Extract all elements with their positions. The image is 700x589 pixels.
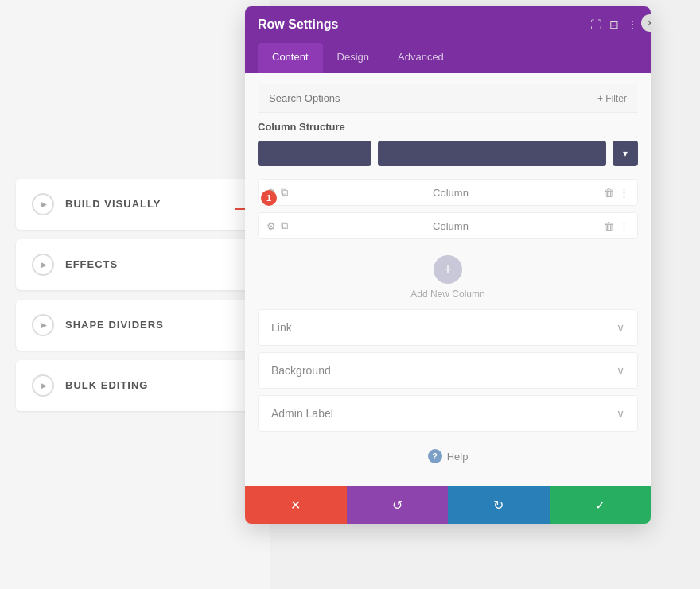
column-structure-title: Column Structure [258, 121, 638, 133]
play-icon-shape [32, 314, 54, 336]
chevron-link-icon: ∨ [616, 321, 624, 334]
accordion-background-label: Background [271, 364, 331, 377]
sidebar-label-shape: SHAPE DIVIDERS [65, 319, 164, 331]
sidebar-item-bulk-editing[interactable]: BULK EDITING [16, 360, 255, 411]
tab-design[interactable]: Design [323, 43, 383, 73]
search-input[interactable] [269, 92, 597, 104]
help-area[interactable]: ? Help [258, 438, 638, 475]
columns-icon[interactable]: ⊟ [609, 18, 619, 31]
fullscreen-icon[interactable]: ⛶ [590, 18, 601, 31]
background-sidebar: BUILD VISUALLY EFFECTS SHAPE DIVIDERS BU… [0, 0, 270, 589]
sidebar-item-effects[interactable]: EFFECTS [16, 239, 255, 290]
col-row-2-label: Column [298, 220, 604, 232]
tab-advanced[interactable]: Advanced [383, 43, 458, 73]
modal-title: Row Settings [258, 17, 338, 32]
col-row-1-actions: 🗑 ⋮ [604, 187, 629, 199]
filter-button[interactable]: + Filter [597, 93, 627, 104]
modal-footer: ✕ ↺ ↻ ✓ [245, 486, 651, 524]
chevron-admin-icon: ∨ [616, 407, 624, 420]
play-icon-effects [32, 254, 54, 276]
sidebar-item-build-visually[interactable]: BUILD VISUALLY [16, 179, 255, 230]
accordion-link[interactable]: Link ∨ [258, 309, 638, 346]
accordion-background[interactable]: Background ∨ [258, 352, 638, 389]
duplicate-icon-col1[interactable]: ⧉ [281, 186, 288, 199]
column-structure-selector: ▾ [258, 141, 638, 166]
duplicate-icon-col2[interactable]: ⧉ [281, 219, 288, 232]
accordion-admin-label[interactable]: Admin Label ∨ [258, 395, 638, 432]
play-icon-bulk [32, 374, 54, 397]
play-icon-build [32, 193, 54, 215]
delete-icon-col1[interactable]: 🗑 [604, 187, 614, 199]
undo-button[interactable]: ↺ [347, 486, 449, 524]
col-row-2-icons: ⚙ ⧉ [266, 219, 288, 232]
more-icon[interactable]: ⋮ [627, 18, 638, 31]
accordion-admin-label-text: Admin Label [271, 407, 333, 420]
accordion-link-label: Link [271, 321, 292, 334]
modal-tabs: Content Design Advanced [245, 43, 651, 73]
help-icon: ? [428, 449, 442, 463]
sidebar-label-build: BUILD VISUALLY [65, 198, 161, 210]
redo-button[interactable]: ↻ [448, 486, 550, 524]
col-row-2-actions: 🗑 ⋮ [604, 220, 629, 232]
col-bar-full[interactable] [378, 141, 606, 166]
modal-header: Row Settings ⛶ ⊟ ⋮ [245, 6, 651, 43]
col-row-1-label: Column [298, 187, 604, 199]
add-column-area[interactable]: + Add New Column [258, 246, 638, 309]
row-settings-modal: ✕ Row Settings ⛶ ⊟ ⋮ Content Design Adva… [245, 6, 651, 524]
sidebar-label-effects: EFFECTS [65, 258, 118, 270]
column-row-1: ⚙ ⧉ Column 🗑 ⋮ [258, 179, 638, 206]
add-column-icon: + [434, 255, 462, 284]
more-icon-col1[interactable]: ⋮ [619, 187, 629, 199]
modal-body: + Filter Column Structure ▾ ⚙ ⧉ Column 🗑… [245, 73, 651, 486]
search-bar: + Filter [258, 84, 638, 113]
modal-header-icons: ⛶ ⊟ ⋮ [590, 18, 638, 31]
chevron-background-icon: ∨ [616, 364, 624, 377]
delete-icon-col2[interactable]: 🗑 [604, 220, 614, 232]
tab-content[interactable]: Content [258, 43, 323, 73]
settings-icon-col2[interactable]: ⚙ [266, 220, 276, 232]
column-row-2: ⚙ ⧉ Column 🗑 ⋮ [258, 212, 638, 239]
more-icon-col2[interactable]: ⋮ [619, 220, 629, 232]
col-dropdown-arrow[interactable]: ▾ [612, 141, 638, 166]
col-bar-half[interactable] [258, 141, 371, 166]
help-label: Help [447, 451, 469, 463]
cancel-button[interactable]: ✕ [245, 486, 347, 524]
sidebar-label-bulk: BULK EDITING [65, 379, 148, 391]
save-button[interactable]: ✓ [550, 486, 651, 524]
sidebar-item-shape-dividers[interactable]: SHAPE DIVIDERS [16, 300, 255, 351]
add-column-label: Add New Column [410, 289, 484, 300]
step-badge: 1 [261, 190, 277, 206]
